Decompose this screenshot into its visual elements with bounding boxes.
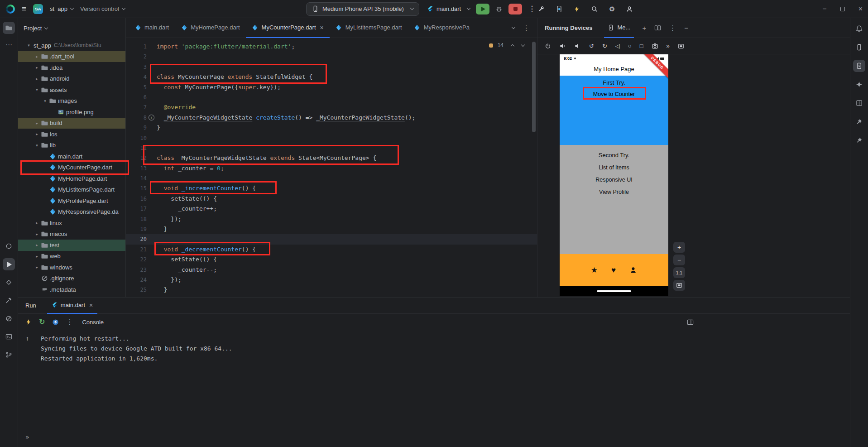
tree-item--dart-tool[interactable]: ▸.dart_tool: [18, 51, 125, 62]
close-tab-icon[interactable]: ×: [89, 302, 93, 308]
code-line-8[interactable]: 8↑ _MyCounterPageWidgetState createState…: [126, 113, 537, 123]
tree-item-test[interactable]: ▸test: [18, 240, 125, 251]
code-line-10[interactable]: 10: [126, 133, 537, 143]
scroll-to-top-icon[interactable]: ↑: [25, 335, 29, 342]
console-output[interactable]: ↑ » Performing hot restart...Syncing fil…: [18, 330, 850, 447]
prev-problem-icon[interactable]: [511, 44, 514, 48]
next-problem-icon[interactable]: [521, 43, 525, 46]
rotate-right-icon[interactable]: ↻: [602, 43, 607, 49]
code-line-7[interactable]: 7 @override: [126, 102, 537, 112]
tree-item-myprofilepage-dart[interactable]: MyProfilePage.dart: [18, 195, 125, 207]
tree-item-main-dart[interactable]: main.dart: [18, 151, 125, 162]
code-line-2[interactable]: 2: [126, 52, 537, 62]
stop-button[interactable]: [508, 4, 522, 14]
more-tool-windows-icon[interactable]: ⋯: [3, 38, 15, 51]
tree-collapse-icon[interactable]: ▾: [25, 43, 32, 48]
version-control-icon[interactable]: [3, 349, 15, 361]
zoom-out-button[interactable]: −: [673, 255, 685, 265]
screenshot-icon[interactable]: [652, 43, 658, 49]
tree-item--idea[interactable]: ▸.idea: [18, 62, 125, 73]
code-line-4[interactable]: 4class MyCounterPage extends StatefulWid…: [126, 72, 537, 82]
tree-expand-icon[interactable]: ▸: [34, 54, 40, 59]
code-line-1[interactable]: 1import 'package:flutter/material.dart';: [126, 42, 537, 52]
hot-reload-icon[interactable]: [25, 319, 32, 325]
run-tab-main-dart[interactable]: main.dart ×: [47, 298, 97, 314]
tree-item-images[interactable]: ▾images: [18, 96, 125, 107]
code-line-22[interactable]: 22 setState(() {: [126, 255, 537, 264]
heart-nav-icon[interactable]: ♥: [611, 266, 616, 274]
project-selector[interactable]: st_app: [50, 5, 73, 12]
close-window-icon[interactable]: ×: [858, 5, 863, 13]
device-manager-icon[interactable]: [853, 41, 865, 53]
code-line-21[interactable]: 21 void _decrementCounter() {: [126, 245, 537, 255]
tree-expand-icon[interactable]: ▸: [34, 65, 40, 70]
code-line-23[interactable]: 23 _counter--;: [126, 265, 537, 275]
phone-menu-item-responsive-ui[interactable]: Responsive UI: [560, 177, 668, 183]
code-line-18[interactable]: 18 });: [126, 214, 537, 224]
tree-item-ios[interactable]: ▸ios: [18, 129, 125, 140]
editor-tab-myresponsivepa[interactable]: MyResponsivePa: [408, 18, 475, 38]
editor-scrollbar[interactable]: [532, 42, 536, 132]
code-editor[interactable]: 1import 'package:flutter/material.dart';…: [126, 38, 537, 297]
code-line-25[interactable]: 25 }: [126, 285, 537, 295]
tree-expand-icon[interactable]: ▸: [34, 77, 40, 81]
tree-expand-icon[interactable]: ▸: [34, 132, 40, 136]
editor-layout-icon[interactable]: [687, 319, 694, 326]
search-icon[interactable]: [591, 5, 598, 13]
rotate-left-icon[interactable]: ↺: [589, 43, 594, 49]
code-line-11[interactable]: 11: [126, 143, 537, 153]
tree-root-row[interactable]: ▾st_appC:\Users\fomba\Stu: [18, 40, 125, 51]
tree-item-android[interactable]: ▸android: [18, 73, 125, 85]
code-line-19[interactable]: 19 }: [126, 224, 537, 234]
tree-item-mycounterpage-dart[interactable]: MyCounterPage.dart: [18, 162, 125, 173]
profile-icon[interactable]: [626, 5, 633, 13]
phone-menu-item-view-profile[interactable]: View Profile: [560, 189, 668, 195]
panel-options-icon[interactable]: ⋮: [669, 24, 676, 31]
split-panel-icon[interactable]: [654, 24, 661, 31]
console-tab-label[interactable]: Console: [82, 319, 104, 326]
volume-down-icon[interactable]: [574, 43, 581, 49]
code-line-12[interactable]: 12class _MyCounterPageWidgetState extend…: [126, 153, 537, 163]
code-line-13[interactable]: 13 int _counter = 0;: [126, 163, 537, 173]
editor-tab-mycounterpage-dart[interactable]: MyCounterPage.dart×: [246, 18, 330, 38]
tree-item-linux[interactable]: ▸linux: [18, 217, 125, 229]
tree-expand-icon[interactable]: ▸: [34, 265, 40, 269]
code-line-5[interactable]: 5 const MyCounterPage({super.key});: [126, 82, 537, 92]
code-line-9[interactable]: 9}: [126, 123, 537, 133]
layout-inspector-icon[interactable]: [853, 97, 865, 109]
terminal-icon[interactable]: [3, 331, 15, 343]
pin-tool-icon[interactable]: [853, 115, 865, 128]
tree-item-windows[interactable]: ▸windows: [18, 262, 125, 273]
editor-tab-main-dart[interactable]: main.dart: [129, 18, 175, 38]
add-device-icon[interactable]: +: [642, 24, 646, 31]
tree-expand-icon[interactable]: ▸: [34, 243, 40, 247]
emulator-screen[interactable]: 9:02 My Home Page First Try.: [560, 54, 668, 296]
tree-item--metadata[interactable]: .metadata: [18, 284, 125, 295]
editor-tab-mylistitemspage-dart[interactable]: MyListitemsPage.dart: [330, 18, 408, 38]
phone-menu-item-list-of-items[interactable]: List of Items: [560, 164, 668, 171]
inspections-widget[interactable]: 14: [489, 42, 524, 48]
tree-item-myresponsivepage-da[interactable]: MyResponsivePage.da: [18, 207, 125, 218]
problems-icon[interactable]: [3, 312, 15, 325]
tree-expand-icon[interactable]: ▸: [34, 221, 40, 225]
volume-up-icon[interactable]: [559, 43, 566, 49]
tree-item-profile-png[interactable]: profile.png: [18, 106, 125, 118]
device-selector[interactable]: Medium Phone API 35 (mobile): [306, 2, 419, 16]
overview-icon[interactable]: □: [640, 43, 643, 49]
debug-run-icon[interactable]: [495, 5, 503, 13]
power-icon[interactable]: [545, 43, 551, 49]
hide-panel-icon[interactable]: −: [684, 24, 688, 31]
app-inspection-icon[interactable]: [3, 240, 15, 252]
maximize-window-icon[interactable]: [840, 7, 845, 11]
tree-item-build[interactable]: ▸build: [18, 118, 125, 129]
tree-collapse-icon[interactable]: ▾: [42, 99, 48, 103]
zoom-reset-button[interactable]: 1:1: [673, 267, 685, 278]
minimize-window-icon[interactable]: −: [822, 5, 826, 13]
tree-expand-icon[interactable]: ▸: [34, 121, 40, 125]
editor-tab-myhomepage-dart[interactable]: MyHomePage.dart: [175, 18, 245, 38]
tree-item-mylistitemspage-dart[interactable]: MyListitemsPage.dart: [18, 184, 125, 196]
code-line-3[interactable]: 3: [126, 62, 537, 72]
project-tool-icon[interactable]: [3, 22, 15, 34]
star-nav-icon[interactable]: ★: [591, 266, 598, 274]
flutter-tools-icon[interactable]: [52, 319, 59, 326]
